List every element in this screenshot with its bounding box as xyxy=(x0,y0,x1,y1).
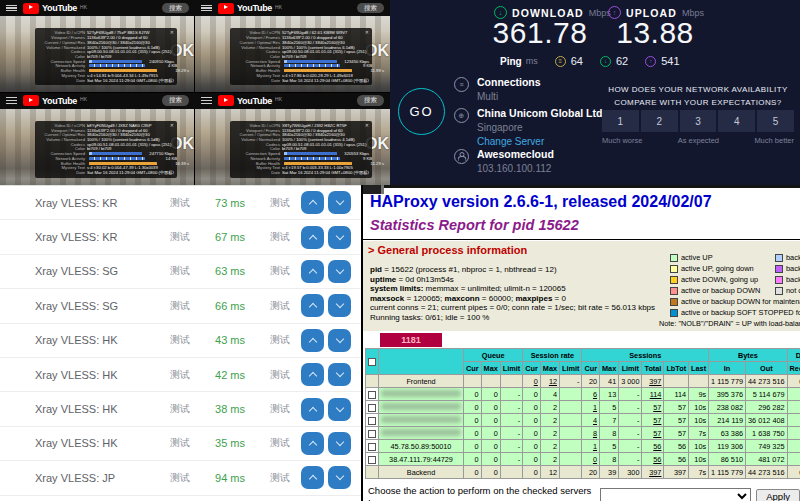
server-checkbox[interactable] xyxy=(368,456,376,464)
move-up-button[interactable] xyxy=(301,398,324,421)
stat-cell: - xyxy=(500,440,522,453)
legend-note: Note: "NOLB"/"DRAIN" = UP with load-bala… xyxy=(659,319,800,328)
youtube-pane-1: YouTubeHK搜索OK✕Video ID / sCPN52TyF69Ugd8… xyxy=(0,0,195,93)
test-link[interactable]: 测试 xyxy=(263,230,297,244)
move-down-button[interactable] xyxy=(328,329,351,352)
search-button[interactable]: 搜索 xyxy=(162,3,189,14)
checkbox-cell[interactable] xyxy=(366,401,379,414)
move-down-button[interactable] xyxy=(328,226,351,249)
rating-button-3[interactable]: 3 xyxy=(680,110,717,132)
stat-link[interactable]: 8 xyxy=(582,427,600,440)
youtube-logo[interactable]: YouTubeHK xyxy=(218,3,282,14)
stat-link[interactable]: 0 xyxy=(523,375,541,388)
stat-link[interactable]: 4 xyxy=(582,414,600,427)
stat-link[interactable]: 12 xyxy=(540,375,559,388)
rating-button-2[interactable]: 2 xyxy=(641,110,678,132)
move-up-button[interactable] xyxy=(301,363,324,386)
move-down-button[interactable] xyxy=(328,260,351,283)
move-up-button[interactable] xyxy=(301,432,324,455)
test-link[interactable]: 测试 xyxy=(263,196,297,210)
test-link[interactable]: 测试 xyxy=(263,471,297,485)
youtube-logo[interactable]: YouTubeHK xyxy=(23,95,87,106)
move-down-button[interactable] xyxy=(328,466,351,489)
checkbox-cell[interactable] xyxy=(366,440,379,453)
server-checkbox[interactable] xyxy=(368,391,376,399)
rating-button-5[interactable]: 5 xyxy=(757,110,794,132)
youtube-logo[interactable]: YouTubeHK xyxy=(23,3,87,14)
change-server-link[interactable]: Change Server xyxy=(477,136,602,147)
close-icon[interactable]: ✕ xyxy=(365,123,369,128)
stat-link[interactable]: 56 xyxy=(642,453,664,466)
youtube-logo[interactable]: YouTubeHK xyxy=(218,95,282,106)
move-up-button[interactable] xyxy=(301,329,324,352)
server-checkbox[interactable] xyxy=(368,417,376,425)
move-up-button[interactable] xyxy=(301,226,324,249)
move-down-button[interactable] xyxy=(328,363,351,386)
close-icon[interactable]: ✕ xyxy=(365,30,369,35)
search-button[interactable]: 搜索 xyxy=(357,95,384,106)
select-all-checkbox[interactable] xyxy=(368,358,376,366)
server-checkbox[interactable] xyxy=(368,404,376,412)
test-link[interactable]: 测试 xyxy=(263,299,297,313)
stat-link[interactable]: 397 xyxy=(642,466,664,479)
test-link[interactable]: 测试 xyxy=(163,368,197,382)
video-area[interactable]: OK✕Video ID / sCPNX8Ty7W6UgxH / J392 H8Z… xyxy=(195,109,390,186)
go-button[interactable]: GO xyxy=(398,88,445,135)
proxy-tab[interactable]: 1181 xyxy=(380,333,442,347)
menu-icon[interactable] xyxy=(201,5,212,12)
stat-link[interactable]: 0 xyxy=(582,453,600,466)
test-link[interactable]: 测试 xyxy=(263,264,297,278)
checkbox-cell[interactable] xyxy=(366,427,379,440)
test-link[interactable]: 测试 xyxy=(163,230,197,244)
move-up-button[interactable] xyxy=(301,260,324,283)
stat-link[interactable]: 57 xyxy=(642,401,664,414)
rating-button-1[interactable]: 1 xyxy=(602,110,639,132)
move-up-button[interactable] xyxy=(301,191,324,214)
test-link[interactable]: 测试 xyxy=(263,333,297,347)
close-icon[interactable]: ✕ xyxy=(170,30,174,35)
test-link[interactable]: 测试 xyxy=(163,299,197,313)
test-link[interactable]: 测试 xyxy=(163,333,197,347)
stat-link[interactable]: 397 xyxy=(642,375,664,388)
stat-link[interactable]: 1 xyxy=(582,401,600,414)
server-checkbox[interactable] xyxy=(368,430,376,438)
test-link[interactable]: 测试 xyxy=(263,436,297,450)
server-name-cell: 45.78.50.89:50010 xyxy=(379,440,464,453)
checkbox-cell[interactable] xyxy=(366,453,379,466)
video-area[interactable]: OK✕Video ID / sCPNb8YyF0NUgd8 / JX8Z NAK… xyxy=(0,109,195,186)
video-area[interactable]: OK✕Video ID / sCPN52TyF69Ugd8 / 75xP 8B1… xyxy=(0,16,195,93)
menu-icon[interactable] xyxy=(6,5,17,12)
close-icon[interactable]: ✕ xyxy=(170,123,174,128)
server-checkbox[interactable] xyxy=(368,443,376,451)
stat-link[interactable]: 6 xyxy=(582,388,600,401)
test-link[interactable]: 测试 xyxy=(263,402,297,416)
move-down-button[interactable] xyxy=(328,191,351,214)
move-down-button[interactable] xyxy=(328,294,351,317)
rating-button-4[interactable]: 4 xyxy=(718,110,755,132)
search-button[interactable]: 搜索 xyxy=(162,95,189,106)
video-area[interactable]: OK✕Video ID / sCPN52TyF69Ugd8 / 62.61 KB… xyxy=(195,16,390,93)
menu-icon[interactable] xyxy=(6,97,17,104)
test-link[interactable]: 测试 xyxy=(163,264,197,278)
menu-icon[interactable] xyxy=(201,97,212,104)
move-down-button[interactable] xyxy=(328,398,351,421)
latency-value: 38 ms xyxy=(197,403,263,415)
move-up-button[interactable] xyxy=(301,466,324,489)
test-link[interactable]: 测试 xyxy=(163,436,197,450)
move-down-button[interactable] xyxy=(328,432,351,455)
action-select[interactable] xyxy=(600,488,751,501)
stat-link[interactable]: 57 xyxy=(642,427,664,440)
checkbox-cell[interactable] xyxy=(366,388,379,401)
checkbox-cell[interactable] xyxy=(366,414,379,427)
test-link[interactable]: 测试 xyxy=(163,402,197,416)
stat-link[interactable]: 57 xyxy=(642,414,664,427)
stat-link[interactable]: 1 xyxy=(582,440,600,453)
stat-link[interactable]: 56 xyxy=(642,440,664,453)
test-link[interactable]: 测试 xyxy=(163,471,197,485)
stat-link[interactable]: 114 xyxy=(642,388,664,401)
test-link[interactable]: 测试 xyxy=(263,368,297,382)
search-button[interactable]: 搜索 xyxy=(357,3,384,14)
move-up-button[interactable] xyxy=(301,294,324,317)
apply-button[interactable]: Apply xyxy=(756,489,800,501)
test-link[interactable]: 测试 xyxy=(163,196,197,210)
